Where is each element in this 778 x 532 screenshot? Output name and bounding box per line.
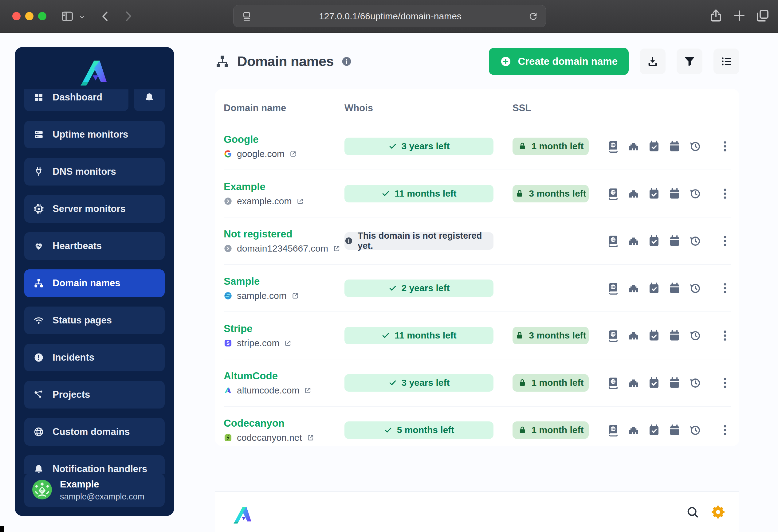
sidebar-item-domain-names[interactable]: Domain names (24, 269, 165, 297)
row-menu-ellipsis-icon[interactable] (719, 376, 731, 389)
whois-book-icon[interactable] (607, 235, 619, 247)
address-bar[interactable]: 127.0.0.1/66uptime/domain-names (233, 5, 546, 27)
gear-icon[interactable] (710, 504, 726, 520)
sidebar-item-projects[interactable]: Projects (24, 381, 165, 409)
history-icon[interactable] (689, 235, 701, 247)
calendar-icon[interactable] (668, 376, 681, 389)
domain-name-link[interactable]: Stripe (224, 323, 344, 335)
create-domain-name-button[interactable]: Create domain name (489, 48, 629, 75)
whois-book-icon[interactable] (607, 376, 619, 389)
sidebar-item-custom-domains[interactable]: Custom domains (24, 418, 165, 446)
calendar-icon[interactable] (668, 140, 681, 153)
sidebar-item-dashboard[interactable]: Dashboard (24, 89, 129, 111)
calendar-check-icon[interactable] (648, 329, 660, 342)
external-link-icon[interactable] (296, 197, 304, 205)
domain-name-link[interactable]: Not registered (224, 228, 344, 240)
zoom-window-button[interactable] (38, 12, 47, 20)
minimize-window-button[interactable] (25, 12, 33, 20)
row-menu-ellipsis-icon[interactable] (719, 329, 731, 342)
ethernet-icon[interactable] (627, 329, 640, 342)
stripe-favicon-icon: S (224, 339, 232, 347)
history-icon[interactable] (689, 140, 701, 153)
sidebar-toggle-icon[interactable] (60, 9, 74, 23)
table-row: AltumCodealtumcode.com3 years left1 mont… (224, 359, 731, 406)
external-link-icon[interactable] (304, 386, 312, 394)
nodes-icon (33, 389, 44, 400)
row-menu-ellipsis-icon[interactable] (719, 140, 731, 153)
calendar-check-icon[interactable] (648, 140, 660, 153)
sidebar-item-uptime-monitors[interactable]: Uptime monitors (24, 121, 165, 148)
external-link-icon[interactable] (307, 434, 315, 442)
table-row: Googlegoogle.com3 years left1 month left (224, 123, 731, 170)
back-icon[interactable] (98, 9, 112, 23)
grid-icon (33, 92, 44, 103)
filter-button[interactable] (677, 49, 702, 74)
domain-name-link[interactable]: Example (224, 181, 344, 193)
domain-name-link[interactable]: Codecanyon (224, 418, 344, 429)
columns-button[interactable] (713, 49, 739, 74)
default-favicon-icon (224, 197, 232, 205)
row-menu-ellipsis-icon[interactable] (719, 187, 731, 200)
calendar-check-icon[interactable] (648, 235, 660, 247)
whois-book-icon[interactable] (607, 140, 619, 153)
calendar-check-icon[interactable] (648, 282, 660, 294)
page-settings-icon[interactable] (241, 10, 252, 22)
history-icon[interactable] (689, 282, 701, 294)
sidebar-item-server-monitors[interactable]: Server monitors (24, 195, 165, 223)
calendar-icon[interactable] (668, 187, 681, 200)
external-link-icon[interactable] (284, 339, 292, 347)
sidebar-item-status-pages[interactable]: Status pages (24, 306, 165, 334)
tabs-overview-icon[interactable] (755, 8, 770, 23)
sidebar-item-label: Projects (53, 389, 90, 400)
ethernet-icon[interactable] (627, 140, 640, 153)
external-link-icon[interactable] (289, 150, 297, 158)
chevron-down-icon[interactable] (78, 13, 86, 21)
history-icon[interactable] (689, 187, 701, 200)
lock-icon (518, 142, 527, 151)
share-icon[interactable] (709, 8, 723, 23)
calendar-icon[interactable] (668, 282, 681, 294)
whois-book-icon[interactable] (607, 329, 619, 342)
domain-name-link[interactable]: Google (224, 134, 344, 145)
calendar-check-icon[interactable] (648, 376, 660, 389)
ethernet-icon[interactable] (627, 424, 640, 436)
reload-icon[interactable] (528, 11, 538, 21)
external-link-icon[interactable] (291, 292, 299, 300)
sidebar-item-dns-monitors[interactable]: DNS monitors (24, 158, 165, 185)
info-icon[interactable] (341, 56, 352, 67)
new-tab-icon[interactable] (732, 8, 747, 23)
search-icon[interactable] (686, 505, 699, 519)
external-link-icon[interactable] (333, 245, 341, 253)
ethernet-icon[interactable] (627, 376, 640, 389)
row-menu-ellipsis-icon[interactable] (719, 235, 731, 247)
calendar-icon[interactable] (668, 235, 681, 247)
row-menu-ellipsis-icon[interactable] (719, 282, 731, 294)
ssl-badge: 1 month left (513, 138, 589, 155)
history-icon[interactable] (689, 376, 701, 389)
ssl-badge: 1 month left (513, 374, 589, 391)
calendar-icon[interactable] (668, 424, 681, 436)
domain-name-link[interactable]: Sample (224, 275, 344, 287)
close-window-button[interactable] (12, 12, 20, 20)
ethernet-icon[interactable] (627, 235, 640, 247)
whois-book-icon[interactable] (607, 187, 619, 200)
notifications-bell-button[interactable] (134, 89, 165, 111)
ethernet-icon[interactable] (627, 282, 640, 294)
table-row: Exampleexample.com11 months left3 months… (224, 170, 731, 217)
domain-name-link[interactable]: AltumCode (224, 370, 344, 382)
calendar-icon[interactable] (668, 329, 681, 342)
row-menu-ellipsis-icon[interactable] (719, 424, 731, 436)
calendar-check-icon[interactable] (648, 187, 660, 200)
whois-book-icon[interactable] (607, 282, 619, 294)
user-card[interactable]: Example sample@example.com (24, 474, 165, 507)
calendar-check-icon[interactable] (648, 424, 660, 436)
export-button[interactable] (640, 49, 666, 74)
history-icon[interactable] (689, 424, 701, 436)
sidebar-item-notification-handlers[interactable]: Notification handlers (24, 455, 165, 474)
whois-book-icon[interactable] (607, 424, 619, 436)
sidebar-item-heartbeats[interactable]: Heartbeats (24, 232, 165, 260)
sidebar-item-incidents[interactable]: Incidents (24, 344, 165, 371)
history-icon[interactable] (689, 329, 701, 342)
forward-icon[interactable] (121, 9, 135, 23)
ethernet-icon[interactable] (627, 187, 640, 200)
